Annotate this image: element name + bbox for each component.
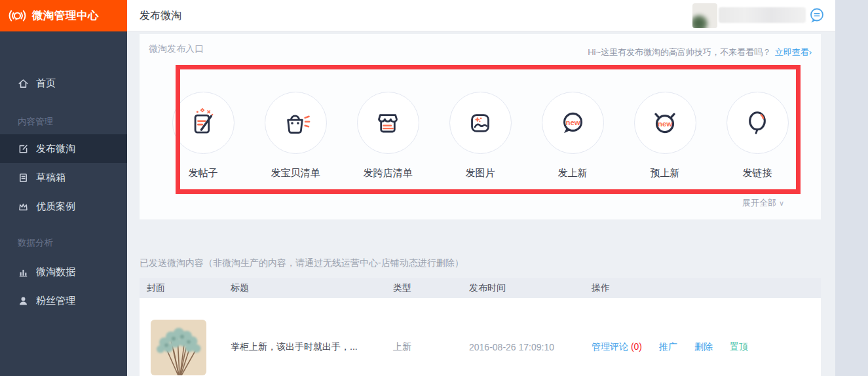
promote-link[interactable]: 推广	[659, 341, 677, 353]
row-type: 上新	[393, 341, 469, 353]
entry-pre-new[interactable]: new 预上新	[634, 92, 696, 179]
picture-icon	[449, 92, 512, 154]
sidebar-item-label: 微淘数据	[36, 266, 75, 278]
promo-view-link[interactable]: 立即查看›	[775, 47, 812, 57]
page-title: 发布微淘	[140, 0, 181, 31]
entry-link[interactable]: 发链接	[726, 92, 789, 179]
row-actions: 管理评论 (0) 推广 删除 置顶	[592, 341, 821, 353]
sidebar-item-label: 草稿箱	[36, 172, 66, 184]
entry-list: 发帖子 发宝贝清单	[140, 92, 821, 179]
balloon-icon	[726, 92, 789, 154]
entry-picture[interactable]: 发图片	[449, 92, 512, 179]
sidebar-item-label: 首页	[36, 77, 56, 90]
entry-label: 发宝贝清单	[265, 167, 327, 179]
entry-label: 发跨店清单	[357, 167, 419, 179]
cover-cell	[147, 320, 231, 375]
chevron-down-icon: ∨	[779, 199, 784, 207]
col-header-title: 标题	[231, 278, 393, 298]
entry-cross-store-list[interactable]: 发跨店清单	[357, 92, 419, 179]
chart-icon	[18, 267, 29, 278]
entry-new-arrival[interactable]: new 发上新	[542, 92, 604, 179]
app-title: 微淘管理中心	[32, 9, 99, 23]
expand-all-label: 展开全部	[742, 198, 776, 208]
sidebar-section-analytics: 数据分析	[0, 236, 127, 250]
cover-thumbnail[interactable]	[151, 320, 206, 375]
promo-text: Hi~这里有发布微淘的高富帅技巧，不来看看吗？	[588, 47, 771, 57]
top-header: 发布微淘	[127, 0, 868, 31]
sidebar-item-label: 优质案例	[36, 200, 75, 213]
sent-content-table: 封面 标题 类型 发布时间 操作	[140, 278, 821, 376]
username-redacted	[719, 7, 806, 23]
sent-section-title: 已发送微淘内容（非微淘生产的内容，请通过无线运营中心-店铺动态进行删除）	[140, 257, 464, 269]
draft-icon	[18, 172, 29, 183]
col-header-time: 发布时间	[469, 278, 592, 298]
compose-icon	[18, 143, 29, 155]
message-bubble-icon[interactable]	[808, 7, 826, 25]
col-header-type: 类型	[393, 278, 469, 298]
pin-top-link[interactable]: 置顶	[730, 341, 748, 353]
row-title: 掌柜上新，该出手时就出手，...	[231, 341, 393, 353]
sidebar-section-content: 内容管理	[0, 115, 127, 128]
manage-comments-link[interactable]: 管理评论 (0)	[592, 341, 642, 353]
alarm-new-icon: new	[634, 92, 696, 154]
bag-icon	[265, 92, 327, 154]
expand-all-button[interactable]: 展开全部∨	[742, 197, 784, 209]
sidebar-item-home[interactable]: 首页	[0, 69, 127, 98]
sidebar-item-label: 粉丝管理	[36, 295, 75, 307]
speech-new-icon: new	[542, 92, 604, 154]
broadcast-logo-icon	[9, 7, 26, 25]
table-header-row: 封面 标题 类型 发布时间 操作	[140, 278, 821, 298]
entry-section-title: 微淘发布入口	[149, 43, 204, 55]
sidebar-item-data[interactable]: 微淘数据	[0, 257, 127, 286]
comment-count: (0)	[631, 341, 642, 352]
table-row: 掌柜上新，该出手时就出手，... 上新 2016-08-26 17:09:10 …	[140, 298, 821, 376]
home-icon	[18, 78, 29, 89]
delete-link[interactable]: 删除	[694, 341, 713, 353]
col-header-cover: 封面	[147, 278, 231, 298]
entry-post[interactable]: 发帖子	[172, 92, 235, 179]
col-header-actions: 操作	[592, 278, 821, 298]
shop-icon	[357, 92, 419, 154]
entry-label: 发链接	[726, 167, 789, 179]
right-edge-panel	[835, 0, 868, 376]
promo-banner: Hi~这里有发布微淘的高富帅技巧，不来看看吗？ 立即查看›	[588, 47, 812, 58]
publish-entry-card: 微淘发布入口 Hi~这里有发布微淘的高富帅技巧，不来看看吗？ 立即查看›	[140, 34, 821, 219]
sidebar: 微淘管理中心 首页 内容管理 发布微淘 草稿箱	[0, 0, 127, 376]
entry-item-list[interactable]: 发宝贝清单	[265, 92, 327, 179]
sidebar-item-cases[interactable]: 优质案例	[0, 192, 127, 221]
sidebar-item-publish[interactable]: 发布微淘	[0, 134, 127, 163]
row-publish-time: 2016-08-26 17:09:10	[469, 342, 592, 352]
post-icon	[172, 92, 235, 154]
fans-icon	[18, 295, 29, 307]
app-logo-block[interactable]: 微淘管理中心	[0, 0, 127, 31]
avatar[interactable]	[692, 3, 717, 28]
new-badge-text: new	[658, 120, 672, 128]
sidebar-item-label: 发布微淘	[36, 143, 75, 155]
sidebar-item-fans[interactable]: 粉丝管理	[0, 286, 127, 315]
entry-label: 预上新	[634, 167, 696, 179]
entry-label: 发图片	[449, 167, 512, 179]
crown-icon	[18, 201, 29, 212]
entry-label: 发帖子	[172, 167, 235, 179]
sidebar-item-drafts[interactable]: 草稿箱	[0, 163, 127, 192]
entry-label: 发上新	[542, 167, 604, 179]
manage-comments-label: 管理评论	[592, 341, 628, 352]
main-content: 微淘发布入口 Hi~这里有发布微淘的高富帅技巧，不来看看吗？ 立即查看›	[127, 31, 868, 376]
new-badge-text: new	[565, 118, 580, 126]
